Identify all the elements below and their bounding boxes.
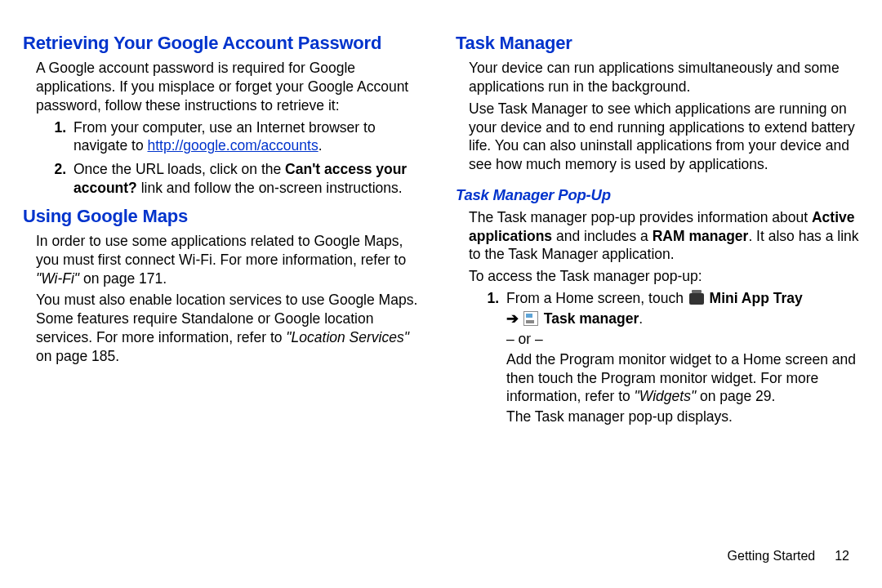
- manual-page: Retrieving Your Google Account Password …: [0, 0, 882, 588]
- step2-text-b: link and follow the on-screen instructio…: [137, 180, 403, 196]
- google-accounts-link[interactable]: http://google.com/accounts: [147, 137, 318, 154]
- right-column: Task Manager Your device can run applica…: [441, 33, 859, 572]
- tm-para-1: Your device can run applications simulta…: [456, 59, 859, 96]
- heading-tm-popup: Task Manager Pop-Up: [456, 185, 859, 205]
- ram-manager-bold: RAM manager: [653, 228, 749, 244]
- heading-task-manager: Task Manager: [456, 33, 859, 54]
- retrieve-intro: A Google account password is required fo…: [23, 59, 426, 114]
- maps-p1-a: In order to use some applications relate…: [36, 233, 406, 268]
- maps-para-1: In order to use some applications relate…: [23, 232, 426, 287]
- or-divider: – or –: [506, 330, 859, 349]
- task-manager-label: Task manager: [540, 310, 639, 327]
- tm-popup-para: The Task manager pop-up provides informa…: [456, 208, 859, 264]
- maps-p1-b: on page 171.: [79, 270, 167, 287]
- tm-step1-d: .: [639, 310, 643, 327]
- tm-step1-e-b: on page 29.: [696, 388, 775, 404]
- location-ref: "Location Services": [286, 329, 409, 345]
- wifi-ref: "Wi-Fi": [36, 270, 79, 287]
- mini-app-tray-icon: [689, 293, 704, 305]
- tmp-a: The Task manager pop-up provides informa…: [469, 209, 812, 225]
- tm-access-intro: To access the Task manager pop-up:: [456, 267, 859, 286]
- step1-text-b: .: [318, 137, 323, 154]
- left-column: Retrieving Your Google Account Password …: [23, 33, 441, 572]
- footer-section: Getting Started: [728, 549, 816, 563]
- tm-step-1: From a Home screen, touch Mini App Tray …: [503, 289, 859, 426]
- tm-popup-displays: The Task manager pop-up displays.: [506, 408, 859, 426]
- tm-steps: From a Home screen, touch Mini App Tray …: [456, 289, 859, 426]
- widgets-ref: "Widgets": [635, 388, 697, 404]
- retrieve-steps: From your computer, use an Internet brow…: [23, 118, 426, 198]
- heading-google-maps: Using Google Maps: [23, 206, 426, 227]
- retrieve-step-1: From your computer, use an Internet brow…: [70, 118, 426, 156]
- task-manager-icon: [523, 311, 538, 326]
- footer-page-number: 12: [835, 549, 849, 563]
- tm-para-2: Use Task Manager to see which applicatio…: [456, 100, 859, 174]
- page-footer: Getting Started12: [728, 548, 849, 565]
- arrow-icon: ➔: [506, 310, 519, 327]
- tm-step1-a: From a Home screen, touch: [506, 290, 688, 306]
- step2-text-a: Once the URL loads, click on the: [74, 161, 285, 177]
- mini-app-tray-label: Mini App Tray: [706, 290, 803, 306]
- heading-retrieve-password: Retrieving Your Google Account Password: [23, 33, 426, 54]
- retrieve-step-2: Once the URL loads, click on the Can't a…: [70, 160, 426, 198]
- maps-p2-b: on page 185.: [36, 348, 119, 364]
- maps-para-2: You must also enable location services t…: [23, 291, 426, 365]
- tmp-b: and includes a: [552, 228, 653, 244]
- retrieve-intro-text: A Google account password is required fo…: [36, 60, 408, 114]
